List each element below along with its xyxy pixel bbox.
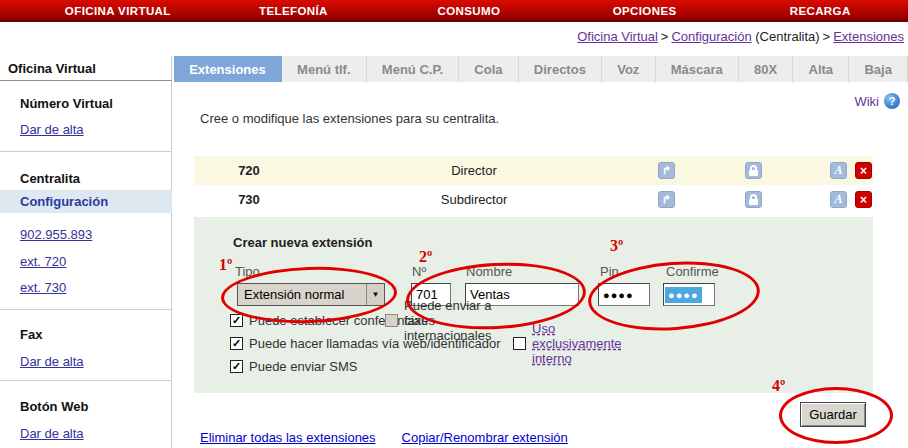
table-row: 720 Director ↱ A × bbox=[194, 156, 873, 185]
tab-mascara[interactable]: Máscara bbox=[656, 56, 739, 82]
breadcrumb-home-link[interactable]: Oficina Virtual bbox=[577, 29, 658, 44]
uso-interno-link[interactable]: Uso exclusivamente interno bbox=[532, 321, 622, 366]
tab-80x[interactable]: 80X bbox=[739, 56, 793, 82]
copy-rename-extension-link[interactable]: Copiar/Renombrar extensión bbox=[402, 430, 568, 445]
chevron-down-icon[interactable]: ▼ bbox=[366, 284, 384, 305]
nav-consumo[interactable]: CONSUMO bbox=[381, 5, 557, 17]
sidebar: Oficina Virtual Número Virtual Dar de al… bbox=[0, 56, 172, 448]
sidebar-title: Oficina Virtual bbox=[0, 56, 172, 81]
sidebar-link-902955893[interactable]: 902.955.893 bbox=[20, 227, 92, 242]
faxes-internacionales-checkbox bbox=[385, 314, 398, 327]
sidebar-item-configuracion[interactable]: Configuración bbox=[0, 190, 172, 213]
llamadas-web-label: Puede hacer llamadas vía web/identificad… bbox=[249, 336, 500, 351]
lock-body bbox=[749, 170, 758, 176]
extension-number: 730 bbox=[194, 192, 304, 207]
extension-number: 720 bbox=[194, 163, 304, 178]
intro-text: Cree o modifique las extensiones para su… bbox=[200, 111, 499, 126]
sidebar-link-dar-de-alta-boton-web[interactable]: Dar de alta bbox=[20, 426, 84, 441]
confirme-field[interactable]: ●●●● bbox=[663, 283, 715, 306]
tab-alta[interactable]: Alta bbox=[793, 56, 849, 82]
sidebar-section-centralita: Centralita bbox=[0, 171, 172, 186]
help-icon[interactable]: ? bbox=[884, 93, 900, 109]
lock-icon[interactable] bbox=[745, 162, 762, 179]
tipo-select-value: Extensión normal bbox=[238, 287, 366, 302]
wiki-area: Wiki ? bbox=[854, 93, 900, 109]
pin-field[interactable]: ●●●● bbox=[598, 283, 650, 306]
tab-extensiones[interactable]: Extensiones bbox=[174, 56, 282, 82]
extensions-table: 720 Director ↱ A × 730 Subdirector ↱ A × bbox=[194, 156, 873, 214]
tab-directos[interactable]: Directos bbox=[519, 56, 602, 82]
tipo-select[interactable]: Extensión normal ▼ bbox=[237, 283, 385, 306]
nav-recarga[interactable]: RECARGA bbox=[732, 5, 908, 17]
pin-dots: ●●●● bbox=[603, 289, 634, 301]
sidebar-section-fax: Fax bbox=[0, 327, 172, 342]
lock-icon[interactable] bbox=[745, 191, 762, 208]
top-navigation-bar: OFICINA VIRTUAL TELEFONÍA CONSUMO OPCION… bbox=[0, 0, 908, 22]
uso-interno-checkbox[interactable] bbox=[513, 337, 526, 350]
letter-a-icon[interactable]: A bbox=[830, 162, 847, 179]
sidebar-divider bbox=[0, 380, 172, 381]
sidebar-section-boton-web: Botón Web bbox=[0, 399, 172, 414]
transfer-icon[interactable]: ↱ bbox=[658, 191, 675, 208]
tab-baja[interactable]: Baja bbox=[849, 56, 908, 82]
sidebar-link-ext-730[interactable]: ext. 730 bbox=[20, 280, 66, 295]
sidebar-link-dar-de-alta-numero[interactable]: Dar de alta bbox=[20, 122, 84, 137]
letter-a-icon[interactable]: A bbox=[830, 191, 847, 208]
sidebar-section-numero-virtual: Número Virtual bbox=[0, 96, 172, 111]
tipo-label: Tipo bbox=[235, 264, 260, 279]
sidebar-divider bbox=[0, 309, 172, 310]
tab-cola[interactable]: Cola bbox=[459, 56, 519, 82]
breadcrumb-separator: > bbox=[823, 29, 831, 44]
footer-links: Eliminar todas las extensiones Copiar/Re… bbox=[200, 430, 568, 445]
tab-menu-tlf[interactable]: Menú tlf. bbox=[282, 56, 367, 82]
table-row: 730 Subdirector ↱ A × bbox=[194, 185, 873, 214]
nav-telefonia[interactable]: TELEFONÍA bbox=[206, 5, 382, 17]
sidebar-divider bbox=[0, 151, 172, 152]
llamadas-web-checkbox[interactable] bbox=[230, 337, 243, 350]
nombre-label: Nombre bbox=[466, 264, 512, 279]
conferencias-checkbox[interactable] bbox=[230, 314, 243, 327]
confirme-label: Confirme bbox=[666, 264, 719, 279]
form-title: Crear nueva extensión bbox=[233, 235, 372, 250]
nav-opciones[interactable]: OPCIONES bbox=[557, 5, 733, 17]
extension-name: Director bbox=[304, 163, 644, 178]
breadcrumb-separator: > bbox=[661, 29, 669, 44]
wiki-link[interactable]: Wiki bbox=[854, 94, 879, 109]
numero-label: Nº bbox=[412, 264, 426, 279]
tab-menu-cp[interactable]: Menú C.P. bbox=[367, 56, 460, 82]
sidebar-link-dar-de-alta-fax[interactable]: Dar de alta bbox=[20, 354, 84, 369]
sidebar-link-ext-720[interactable]: ext. 720 bbox=[20, 254, 66, 269]
nav-oficina-virtual[interactable]: OFICINA VIRTUAL bbox=[30, 5, 206, 17]
enviar-sms-checkbox[interactable] bbox=[230, 360, 243, 373]
breadcrumb-current-link[interactable]: Extensiones bbox=[833, 29, 904, 44]
enviar-sms-label: Puede enviar SMS bbox=[249, 359, 357, 374]
create-extension-panel: Crear nueva extensión Tipo Nº Nombre Pin… bbox=[194, 217, 873, 393]
transfer-icon[interactable]: ↱ bbox=[658, 162, 675, 179]
pin-label: Pin bbox=[600, 264, 619, 279]
delete-icon[interactable]: × bbox=[855, 191, 872, 208]
delete-icon[interactable]: × bbox=[855, 162, 872, 179]
breadcrumb-context: (Centralita) bbox=[755, 29, 819, 44]
breadcrumb: Oficina Virtual>Configuración (Centralit… bbox=[577, 29, 904, 44]
delete-all-extensions-link[interactable]: Eliminar todas las extensiones bbox=[200, 430, 376, 445]
tab-voz[interactable]: Voz bbox=[602, 56, 655, 82]
tab-bar: Extensiones Menú tlf. Menú C.P. Cola Dir… bbox=[174, 56, 908, 82]
extension-name: Subdirector bbox=[304, 192, 644, 207]
confirme-dots-selected: ●●●● bbox=[665, 287, 702, 303]
save-button[interactable]: Guardar bbox=[800, 402, 866, 427]
lock-body bbox=[749, 199, 758, 205]
breadcrumb-config-link[interactable]: Configuración bbox=[671, 29, 751, 44]
